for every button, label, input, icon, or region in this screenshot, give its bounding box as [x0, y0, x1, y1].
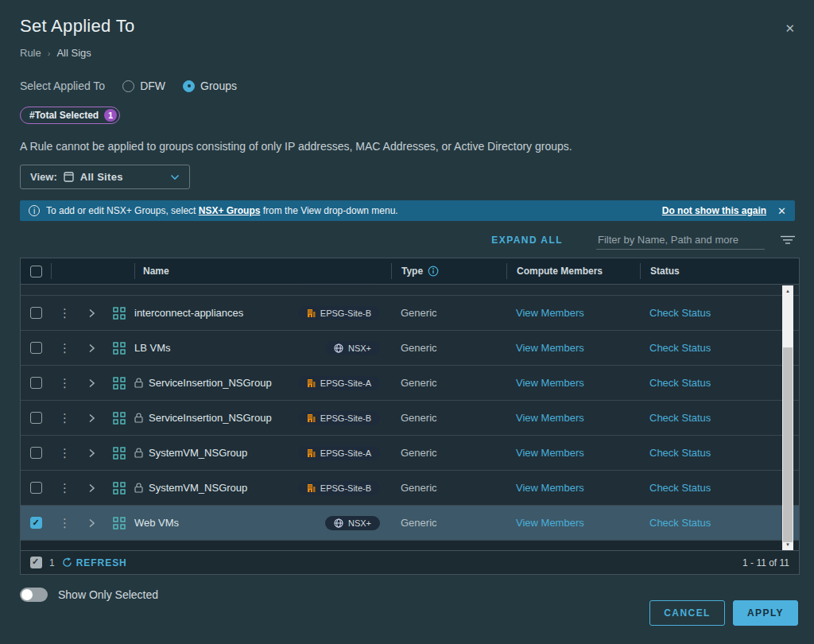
row-expand-chevron-icon[interactable] — [79, 413, 104, 423]
radio-groups-circle[interactable] — [183, 80, 195, 92]
table-row[interactable]: ⋮ SystemVM_NSGroup EPSG-Site-B Generic V… — [21, 471, 799, 506]
show-only-selected-label: Show Only Selected — [58, 588, 158, 601]
apply-button[interactable]: APPLY — [733, 600, 798, 626]
radio-dfw[interactable]: DFW — [122, 80, 165, 92]
footer-selected-count: 1 — [49, 557, 55, 568]
table-row[interactable]: ⋮ Web VMs NSX+ Generic View Members Chec… — [21, 506, 799, 541]
row-expand-chevron-icon[interactable] — [79, 518, 104, 528]
check-status-link[interactable]: Check Status — [649, 377, 711, 389]
row-menu-icon[interactable]: ⋮ — [51, 446, 79, 460]
group-type: Generic — [401, 482, 437, 494]
row-menu-icon[interactable]: ⋮ — [51, 285, 79, 285]
location-tag: EPSG-Site-A — [298, 446, 380, 460]
radio-dfw-label: DFW — [140, 80, 165, 92]
toggle-knob — [21, 589, 33, 600]
scrollbar-thumb[interactable] — [783, 347, 793, 542]
chevron-down-icon[interactable] — [170, 174, 180, 180]
tag-label: EPSG-Site-B — [320, 308, 371, 318]
check-status-link[interactable]: Check Status — [649, 412, 711, 424]
type-info-icon[interactable] — [428, 266, 439, 277]
table-scrollbar[interactable]: ▲ ▼ — [782, 285, 793, 550]
group-type: Generic — [401, 377, 437, 389]
view-members-link[interactable]: View Members — [516, 307, 584, 319]
close-icon[interactable]: ✕ — [785, 22, 795, 34]
group-icon — [104, 517, 134, 530]
tag-label: EPSG-Site-A — [320, 378, 371, 388]
show-only-selected-toggle[interactable] — [20, 588, 48, 602]
table-row[interactable]: ⋮ interconnect-appliances EPSG-Site-B Ge… — [21, 296, 799, 331]
row-expand-chevron-icon[interactable] — [79, 483, 104, 493]
table-row[interactable]: ⋮ ServiceInsertion_NSGroup EPSG-Site-A G… — [21, 366, 799, 401]
radio-groups[interactable]: Groups — [183, 80, 237, 92]
row-menu-icon[interactable]: ⋮ — [51, 481, 79, 495]
group-name: ServiceInsertion_NSGroup — [149, 377, 272, 389]
set-applied-to-dialog: Set Applied To ✕ Rule › All Sigs Select … — [0, 0, 814, 644]
group-icon — [104, 307, 134, 320]
row-expand-chevron-icon[interactable] — [79, 343, 104, 353]
radio-dfw-circle[interactable] — [122, 80, 134, 92]
group-name: ServiceInsertion_NSGroup — [149, 412, 272, 424]
footer-selected-checkbox[interactable] — [30, 557, 42, 568]
group-type: Generic — [401, 412, 437, 424]
location-tag: NSX+ — [325, 516, 380, 530]
row-expand-chevron-icon[interactable] — [79, 308, 104, 318]
row-checkbox[interactable] — [30, 447, 42, 459]
row-expand-chevron-icon[interactable] — [79, 378, 104, 388]
group-type: Generic — [401, 307, 437, 319]
filter-icon[interactable] — [781, 235, 795, 245]
refresh-button[interactable]: REFRESH — [62, 557, 127, 568]
group-icon — [104, 377, 134, 390]
group-name: interconnect-appliances — [134, 307, 243, 319]
do-not-show-again-link[interactable]: Do not show this again — [662, 205, 766, 216]
rule-note-text: A Rule cannot be applied to groups consi… — [20, 140, 800, 153]
table-header: Name Type Compute Members Status — [21, 258, 799, 285]
chevron-right-icon: › — [48, 48, 51, 58]
name-column-header: Name — [134, 263, 391, 279]
banner-nsx-groups-link[interactable]: NSX+ Groups — [199, 205, 261, 216]
row-menu-icon[interactable]: ⋮ — [51, 411, 79, 425]
row-checkbox[interactable] — [30, 342, 42, 354]
check-status-link[interactable]: Check Status — [649, 342, 711, 354]
view-members-link[interactable]: View Members — [516, 412, 584, 424]
row-menu-icon[interactable]: ⋮ — [51, 341, 79, 355]
site-building-icon — [307, 308, 316, 318]
banner-text-after: from the View drop-down menu. — [260, 205, 397, 216]
globe-icon — [334, 343, 343, 353]
view-members-link[interactable]: View Members — [516, 482, 584, 494]
view-dropdown[interactable]: View: All Sites — [20, 165, 190, 189]
row-expand-chevron-icon[interactable] — [79, 448, 104, 458]
table-row[interactable]: ⋮ Edge_NSGroup EPSG-Site-B Generic View … — [21, 285, 799, 296]
check-status-link[interactable]: Check Status — [649, 517, 711, 529]
row-checkbox[interactable] — [30, 412, 42, 424]
scrollbar-down-icon[interactable]: ▼ — [782, 539, 793, 550]
check-status-link[interactable]: Check Status — [649, 482, 711, 494]
banner-close-icon[interactable]: ✕ — [777, 205, 786, 217]
row-checkbox[interactable] — [30, 307, 42, 319]
table-row[interactable]: ⋮ ServiceInsertion_NSGroup EPSG-Site-B G… — [21, 401, 799, 436]
row-menu-icon[interactable]: ⋮ — [51, 306, 79, 320]
cancel-button[interactable]: CANCEL — [649, 600, 725, 626]
group-type: Generic — [401, 447, 437, 459]
group-type: Generic — [401, 342, 437, 354]
table-row[interactable]: ⋮ SystemVM_NSGroup EPSG-Site-A Generic V… — [21, 436, 799, 471]
view-members-link[interactable]: View Members — [516, 377, 584, 389]
expand-all-button[interactable]: EXPAND ALL — [491, 235, 563, 246]
view-members-link[interactable]: View Members — [516, 447, 584, 459]
filter-input[interactable] — [596, 231, 765, 250]
table-row[interactable]: ⋮ LB VMs NSX+ Generic View Members Check… — [21, 331, 799, 366]
check-status-link[interactable]: Check Status — [649, 307, 711, 319]
row-menu-icon[interactable]: ⋮ — [51, 516, 79, 530]
scrollbar-up-icon[interactable]: ▲ — [782, 285, 793, 297]
sites-icon — [64, 172, 74, 182]
select-all-checkbox[interactable] — [30, 266, 42, 277]
row-checkbox[interactable] — [30, 517, 42, 529]
radio-groups-label: Groups — [200, 80, 237, 92]
group-icon — [104, 447, 134, 460]
view-value: All Sites — [80, 171, 123, 183]
check-status-link[interactable]: Check Status — [649, 447, 711, 459]
row-checkbox[interactable] — [30, 377, 42, 389]
view-members-link[interactable]: View Members — [516, 517, 584, 529]
row-checkbox[interactable] — [30, 482, 42, 494]
view-members-link[interactable]: View Members — [516, 342, 584, 354]
row-menu-icon[interactable]: ⋮ — [51, 376, 79, 390]
